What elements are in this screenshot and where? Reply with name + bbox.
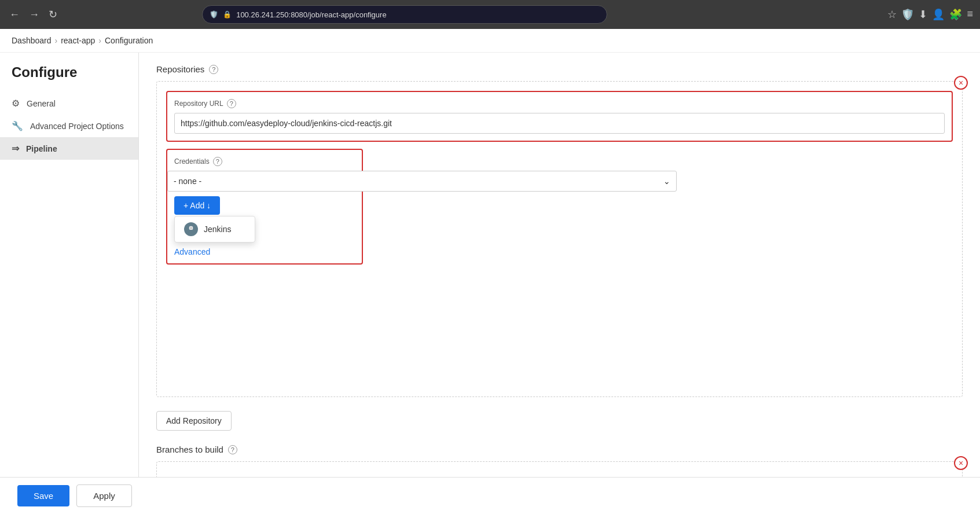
breadcrumb: Dashboard › react-app › Configuration [0,29,980,53]
sidebar-title: Configure [0,64,138,92]
jenkins-label: Jenkins [204,225,231,234]
repositories-section-header: Repositories ? [156,64,963,74]
repo-url-input-row [174,113,945,134]
shield-icon[interactable]: 🛡️ [901,8,914,21]
credentials-dropdown-menu: Jenkins [174,216,255,243]
menu-icon[interactable]: ≡ [967,8,973,21]
lock-icon: 🔒 [223,10,232,19]
repo-url-box: Repository URL ? [166,91,953,142]
sidebar-item-advanced-project-options[interactable]: 🔧 Advanced Project Options [0,115,138,137]
apply-button[interactable]: Apply [76,484,132,507]
repositories-label: Repositories [156,64,204,74]
browser-right-icons: ☆ 🛡️ ⬇ 👤 🧩 ≡ [887,8,973,21]
repo-url-help-icon[interactable]: ? [227,99,236,108]
bottom-toolbar: Save Apply [0,477,980,513]
wrench-icon: 🔧 [12,120,23,131]
address-bar[interactable]: 🛡️ 🔒 100.26.241.250:8080/job/react-app/c… [202,5,607,24]
download-icon[interactable]: ⬇ [919,8,927,21]
breadcrumb-react-app[interactable]: react-app [61,36,95,45]
credentials-none-value: - none - [174,177,201,186]
repo-url-input[interactable] [174,113,945,134]
back-button[interactable]: ← [7,6,22,23]
add-button-wrapper: + Add ↓ [174,196,220,215]
browser-chrome: ← → ↻ 🛡️ 🔒 100.26.241.250:8080/job/react… [0,0,980,29]
breadcrumb-current: Configuration [105,36,153,45]
remove-branch-button[interactable]: × [954,456,968,470]
jenkins-icon [184,222,198,236]
save-button[interactable]: Save [17,485,69,506]
breadcrumb-sep-2: › [98,36,101,45]
credentials-label: Credentials ? [174,157,355,166]
advanced-section: Advanced [174,245,355,256]
repo-url-label: Repository URL ? [174,99,945,108]
content-area: Repositories ? × Repository URL ? [139,53,980,513]
branches-help-icon[interactable]: ? [228,445,237,454]
forward-button[interactable]: → [27,6,42,23]
credentials-dropdown-arrow: ⌄ [663,177,670,186]
advanced-link[interactable]: Advanced [174,247,210,256]
security-icon: 🛡️ [210,10,218,19]
add-repository-button[interactable]: Add Repository [156,411,232,431]
sidebar: Configure ⚙ General 🔧 Advanced Project O… [0,53,139,513]
spacer [166,271,953,387]
sidebar-item-advanced-label: Advanced Project Options [30,122,124,131]
extensions-icon[interactable]: 🧩 [949,8,962,21]
profile-icon[interactable]: 👤 [932,8,945,21]
branches-label: Branches to build [156,445,223,454]
sidebar-item-pipeline[interactable]: ⇒ Pipeline [0,137,138,160]
star-icon[interactable]: ☆ [887,8,897,21]
credentials-section: Credentials ? - none - ⌄ + Add ↓ [166,149,953,271]
url-text: 100.26.241.250:8080/job/react-app/config… [236,10,386,19]
repositories-container: × Repository URL ? Credentials ? [156,81,963,397]
gear-icon: ⚙ [12,98,20,109]
remove-repo-button[interactable]: × [954,76,968,90]
credentials-help-icon[interactable]: ? [213,157,222,166]
sidebar-item-general[interactable]: ⚙ General [0,92,138,115]
add-credentials-button[interactable]: + Add ↓ [174,196,220,215]
pipeline-icon: ⇒ [12,143,19,154]
refresh-button[interactable]: ↻ [46,6,60,23]
credentials-select-wide[interactable]: - none - ⌄ [167,171,677,192]
credentials-box: Credentials ? - none - ⌄ + Add ↓ [166,149,363,265]
repositories-help-icon[interactable]: ? [209,65,218,74]
main-layout: Configure ⚙ General 🔧 Advanced Project O… [0,53,980,513]
svg-point-1 [188,230,194,233]
breadcrumb-dashboard[interactable]: Dashboard [12,36,52,45]
dropdown-jenkins-item[interactable]: Jenkins [175,216,255,242]
breadcrumb-sep-1: › [55,36,58,45]
branches-section-header: Branches to build ? [156,445,963,454]
sidebar-item-general-label: General [27,99,56,108]
svg-point-2 [190,227,193,230]
sidebar-item-pipeline-label: Pipeline [26,144,57,153]
